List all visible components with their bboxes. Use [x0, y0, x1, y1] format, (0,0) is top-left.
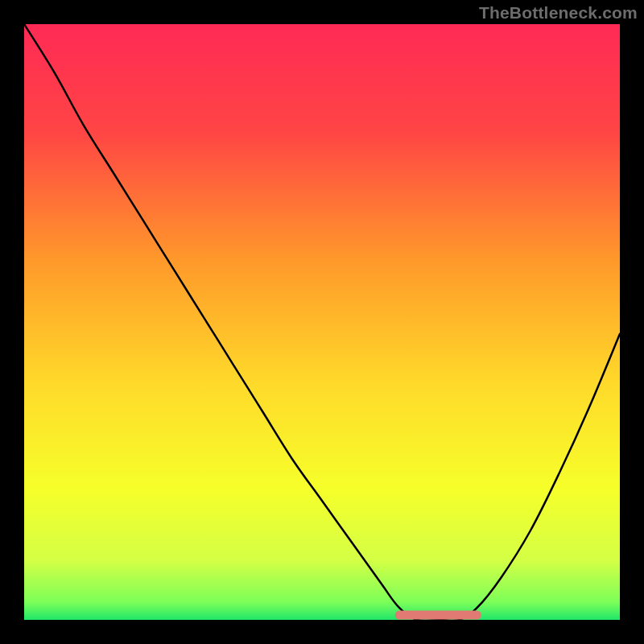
chart-frame: TheBottleneck.com [0, 0, 644, 644]
bottleneck-chart [24, 24, 620, 620]
plot-area [24, 24, 620, 620]
attribution-text: TheBottleneck.com [479, 3, 638, 23]
